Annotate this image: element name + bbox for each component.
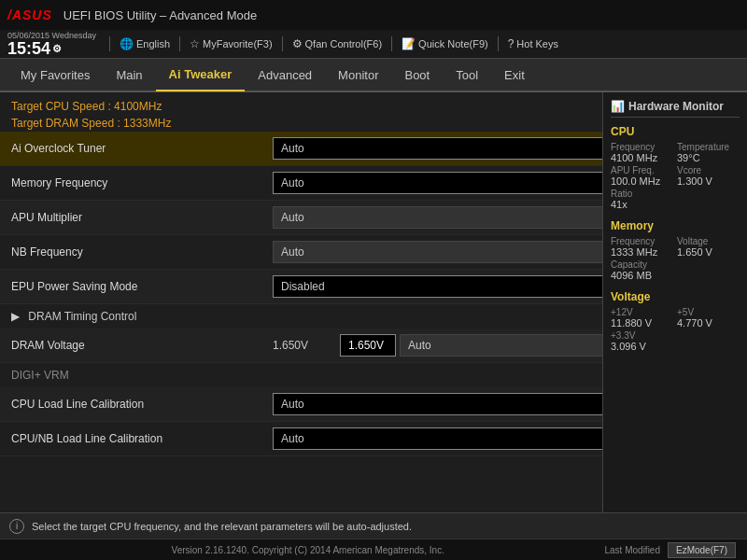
dram-timing-section[interactable]: ▶ DRAM Timing Control xyxy=(0,304,602,329)
v12-value: 11.880 V xyxy=(611,317,673,329)
memory-frequency-dropdown[interactable]: Auto DDR3-1333 DDR3-1600 DDR3-1866 xyxy=(273,172,602,194)
cpu-load-line-label: CPU Load Line Calibration xyxy=(11,398,273,411)
voltage-section: Voltage +12V 11.880 V +5V 4.770 V +3.3V … xyxy=(611,290,740,352)
cpu-temp-value: 39°C xyxy=(677,152,740,163)
v5-value: 4.770 V xyxy=(677,317,740,329)
dram-voltage-current: 1.650V xyxy=(273,339,329,352)
apu-multiplier-row: APU Multiplier Auto xyxy=(0,201,602,235)
asus-logo: /ASUS xyxy=(7,7,52,22)
digi-vrm-section: DIGI+ VRM xyxy=(0,363,602,387)
apu-multiplier-value: Auto xyxy=(273,206,602,229)
quicknote-btn[interactable]: 📝 Quick Note(F9) xyxy=(402,37,488,50)
bottom-info-bar: i Select the target CPU frequency, and t… xyxy=(0,512,747,539)
voltage-section-title: Voltage xyxy=(611,290,740,303)
tab-main[interactable]: Main xyxy=(103,58,155,91)
nb-frequency-label: NB Frequency xyxy=(11,245,273,259)
info-icon: i xyxy=(9,519,24,534)
language-selector[interactable]: 🌐 English xyxy=(120,37,170,50)
ratio-label: Ratio xyxy=(611,189,740,199)
ezmode-button[interactable]: EzMode(F7) xyxy=(668,542,736,558)
mem-freq-label: Frequency xyxy=(611,236,673,246)
gear-icon[interactable]: ⚙ xyxy=(52,44,62,54)
qfan-btn[interactable]: ⚙ Qfan Control(F6) xyxy=(292,37,383,50)
tab-monitor[interactable]: Monitor xyxy=(325,58,391,91)
cpu-nb-load-line-dropdown[interactable]: Auto Regular Medium High xyxy=(273,427,602,450)
help-icon: ? xyxy=(508,37,514,50)
dram-voltage-input[interactable] xyxy=(340,334,396,357)
epu-dropdown-wrapper: Disabled Enabled ▼ xyxy=(273,275,602,298)
dram-voltage-auto: Auto xyxy=(400,334,602,357)
memory-frequency-value: Auto DDR3-1333 DDR3-1600 DDR3-1866 ▼ xyxy=(273,172,602,194)
memory-frequency-dropdown-wrapper: Auto DDR3-1333 DDR3-1600 DDR3-1866 ▼ xyxy=(273,172,602,194)
cpu-load-line-dropdown[interactable]: Auto Regular Medium High Ultra High Extr… xyxy=(273,393,602,415)
dram-voltage-label: DRAM Voltage xyxy=(11,339,273,352)
tab-tool[interactable]: Tool xyxy=(443,58,491,91)
globe-icon: 🌐 xyxy=(120,37,134,50)
memory-section: Memory Frequency 1333 MHz Voltage 1.650 … xyxy=(611,219,740,281)
dram-voltage-input-group: Auto xyxy=(340,334,602,357)
apu-multiplier-label: APU Multiplier xyxy=(11,211,273,224)
ai-overclock-value: Auto Manual D.O.C.P. ▼ xyxy=(273,137,602,160)
mem-cap-label: Capacity xyxy=(611,259,740,270)
target-dram-speed: Target DRAM Speed : 1333MHz xyxy=(0,115,602,132)
tab-advanced[interactable]: Advanced xyxy=(245,58,325,91)
ai-overclock-dropdown-wrapper: Auto Manual D.O.C.P. ▼ xyxy=(273,137,602,160)
epu-row: EPU Power Saving Mode Disabled Enabled ▼ xyxy=(0,270,602,304)
cpu-load-line-row: CPU Load Line Calibration Auto Regular M… xyxy=(0,387,602,422)
cpu-nb-load-line-label: CPU/NB Load Line Calibration xyxy=(11,432,273,445)
tab-my-favorites[interactable]: My Favorites xyxy=(7,58,103,91)
vcore-value: 1.300 V xyxy=(677,175,740,187)
memory-frequency-label: Memory Frequency xyxy=(11,176,273,189)
v33-label: +3.3V xyxy=(611,330,740,341)
nb-frequency-value: Auto xyxy=(273,241,602,263)
nb-frequency-static: Auto xyxy=(273,241,602,263)
v33-value: 3.096 V xyxy=(611,341,740,352)
time-display: 15:54⚙ xyxy=(7,40,96,57)
info-text: Select the target CPU frequency, and the… xyxy=(32,521,412,532)
last-modified: Last Modified xyxy=(605,545,660,555)
epu-label: EPU Power Saving Mode xyxy=(11,280,273,293)
hardware-monitor-sidebar: 📊 Hardware Monitor CPU Frequency 4100 MH… xyxy=(602,92,747,512)
cpu-freq-value: 4100 MHz xyxy=(611,152,673,163)
tab-boot[interactable]: Boot xyxy=(391,58,443,91)
nav-menu: My Favorites Main Ai Tweaker Advanced Mo… xyxy=(0,59,747,92)
myfavorite-btn[interactable]: ☆ MyFavorite(F3) xyxy=(190,37,273,50)
ratio-value: 41x xyxy=(611,199,740,210)
cpu-nb-load-line-dropdown-wrapper: Auto Regular Medium High ▼ xyxy=(273,427,602,450)
mem-volt-label: Voltage xyxy=(677,236,740,246)
memory-section-title: Memory xyxy=(611,219,740,232)
epu-dropdown[interactable]: Disabled Enabled xyxy=(273,275,602,298)
epu-value: Disabled Enabled ▼ xyxy=(273,275,602,298)
ai-overclock-dropdown[interactable]: Auto Manual D.O.C.P. xyxy=(273,137,602,160)
cpu-load-line-dropdown-wrapper: Auto Regular Medium High Ultra High Extr… xyxy=(273,393,602,415)
target-cpu-speed: Target CPU Speed : 4100MHz xyxy=(0,98,602,115)
footer-version: Version 2.16.1240. Copyright (C) 2014 Am… xyxy=(11,545,605,555)
mem-cap-value: 4096 MB xyxy=(611,270,740,281)
tab-ai-tweaker[interactable]: Ai Tweaker xyxy=(156,58,246,91)
bios-title: UEFI BIOS Utility – Advanced Mode xyxy=(63,8,257,22)
apu-freq-label: APU Freq. xyxy=(611,165,673,175)
vcore-label: Vcore xyxy=(677,165,740,175)
nb-frequency-row: NB Frequency Auto xyxy=(0,235,602,270)
v12-label: +12V xyxy=(611,307,673,317)
cpu-temp-label: Temperature xyxy=(677,142,740,152)
cpu-section-title: CPU xyxy=(611,125,740,138)
monitor-icon: 📊 xyxy=(611,100,625,113)
v5-label: +5V xyxy=(677,307,740,317)
hw-monitor-title: 📊 Hardware Monitor xyxy=(611,100,740,118)
tab-exit[interactable]: Exit xyxy=(491,58,538,91)
cpu-nb-load-line-value: Auto Regular Medium High ▼ xyxy=(273,427,602,450)
dram-voltage-row: DRAM Voltage 1.650V Auto xyxy=(0,329,602,363)
footer: Version 2.16.1240. Copyright (C) 2014 Am… xyxy=(0,539,747,560)
hotkeys-btn[interactable]: ? Hot Keys xyxy=(508,37,558,50)
ai-overclock-label: Ai Overclock Tuner xyxy=(11,142,273,155)
mem-volt-value: 1.650 V xyxy=(677,246,740,258)
cpu-nb-load-line-row: CPU/NB Load Line Calibration Auto Regula… xyxy=(0,422,602,456)
datetime: 05/06/2015 Wednesday 15:54⚙ xyxy=(7,31,96,57)
memory-frequency-row: Memory Frequency Auto DDR3-1333 DDR3-160… xyxy=(0,166,602,201)
note-icon: 📝 xyxy=(402,37,416,50)
cpu-section: CPU Frequency 4100 MHz Temperature 39°C … xyxy=(611,125,740,210)
apu-freq-value: 100.0 MHz xyxy=(611,175,673,187)
cpu-load-line-value: Auto Regular Medium High Ultra High Extr… xyxy=(273,393,602,415)
apu-multiplier-static: Auto xyxy=(273,206,602,229)
